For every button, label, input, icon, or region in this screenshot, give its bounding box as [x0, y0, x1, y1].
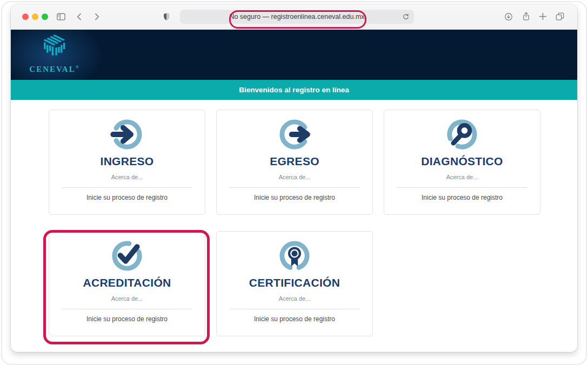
tab-overview-icon[interactable] — [554, 11, 565, 22]
card-egreso[interactable]: EGRESO Acerca de... Inicie su proceso de… — [216, 110, 373, 215]
new-tab-icon[interactable] — [538, 11, 548, 22]
about-link[interactable]: Acerca de... — [49, 295, 205, 302]
about-link[interactable]: Acerca de... — [384, 174, 540, 180]
logo-wordmark: CENEVAL® — [26, 65, 82, 74]
reload-icon[interactable] — [402, 12, 410, 21]
address-bar-text: No seguro — registroenlinea.ceneval.edu.… — [229, 13, 364, 21]
share-icon[interactable] — [521, 11, 531, 22]
start-registration-link[interactable]: Inicie su proceso de registro — [217, 315, 372, 323]
logout-arrow-icon — [217, 117, 372, 153]
welcome-banner-text: Bienvenidos al registro en línea — [239, 86, 349, 94]
card-certificacion[interactable]: CERTIFICACIÓN Acerca de... Inicie su pro… — [216, 231, 373, 336]
start-registration-link[interactable]: Inicie su proceso de registro — [49, 194, 205, 201]
welcome-banner: Bienvenidos al registro en línea — [11, 80, 577, 100]
about-link[interactable]: Acerca de... — [49, 174, 205, 180]
address-bar[interactable]: No seguro — registroenlinea.ceneval.edu.… — [180, 10, 414, 24]
divider — [230, 309, 359, 309]
minimize-window-button[interactable] — [32, 13, 38, 20]
ceneval-cube-icon — [38, 33, 70, 64]
start-registration-link[interactable]: Inicie su proceso de registro — [384, 194, 540, 201]
card-title: DIAGNÓSTICO — [384, 155, 540, 168]
divider — [230, 187, 359, 188]
ceneval-logo[interactable]: CENEVAL® — [26, 32, 82, 74]
forward-icon[interactable] — [91, 11, 102, 22]
zoom-window-button[interactable] — [42, 13, 48, 20]
close-window-button[interactable] — [22, 13, 29, 20]
card-diagnostico[interactable]: DIAGNÓSTICO Acerca de... Inicie su proce… — [384, 110, 540, 215]
card-ingreso[interactable]: INGRESO Acerca de... Inicie su proceso d… — [49, 110, 205, 215]
about-link[interactable]: Acerca de... — [217, 174, 372, 180]
card-title: ACREDITACIÓN — [49, 276, 205, 289]
safari-window: No seguro — registroenlinea.ceneval.edu.… — [11, 4, 577, 352]
browser-toolbar: No seguro — registroenlinea.ceneval.edu.… — [11, 4, 577, 30]
card-title: CERTIFICACIÓN — [217, 276, 372, 289]
card-acreditacion[interactable]: ACREDITACIÓN Acerca de... Inicie su proc… — [49, 231, 205, 336]
card-title: EGRESO — [217, 155, 372, 168]
privacy-shield-icon[interactable] — [162, 12, 171, 22]
downloads-icon[interactable] — [504, 12, 513, 22]
card-title: INGRESO — [49, 155, 205, 168]
about-link[interactable]: Acerca de... — [217, 295, 372, 302]
divider — [397, 187, 527, 188]
back-icon[interactable] — [74, 11, 85, 22]
start-registration-link[interactable]: Inicie su proceso de registro — [49, 315, 205, 323]
divider — [62, 187, 192, 188]
checkmark-icon — [49, 239, 205, 274]
medal-icon — [217, 239, 372, 274]
login-arrow-icon — [49, 117, 205, 153]
registered-mark: ® — [76, 65, 79, 70]
site-header: CENEVAL® — [11, 30, 577, 80]
magnifier-icon — [384, 117, 540, 153]
sidebar-icon[interactable] — [56, 11, 66, 22]
divider — [62, 309, 192, 309]
start-registration-link[interactable]: Inicie su proceso de registro — [217, 194, 372, 201]
